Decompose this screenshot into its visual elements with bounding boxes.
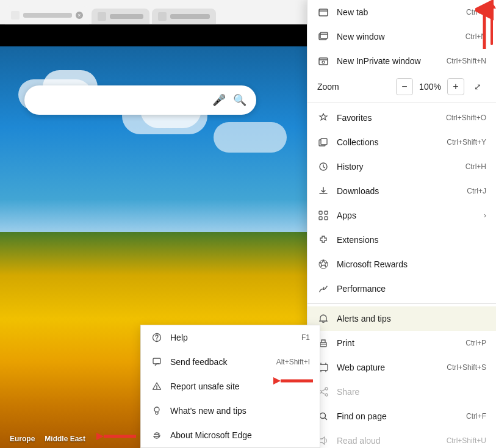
menu-item-readaloud[interactable]: Read aloud Ctrl+Shift+U	[307, 428, 496, 448]
collections-shortcut: Ctrl+Shift+Y	[447, 138, 486, 146]
scrollbar-area[interactable]	[487, 0, 496, 55]
window-icon	[317, 31, 329, 43]
help-shortcut: F1	[301, 333, 310, 342]
menu-item-downloads[interactable]: Downloads Ctrl+J	[307, 179, 496, 203]
menu-item-performance[interactable]: Performance	[307, 276, 496, 301]
feedback-shortcut: Alt+Shift+I	[276, 358, 310, 366]
alerts-label: Alerts and tips	[337, 314, 486, 323]
svg-point-30	[154, 407, 159, 412]
whats-new-label: What's new and tips	[170, 406, 310, 416]
new-tab-label: New tab	[337, 7, 466, 17]
svg-rect-2	[320, 32, 328, 38]
history-label: History	[337, 162, 465, 172]
edge-icon	[151, 429, 163, 441]
zoom-label: Zoom	[317, 82, 396, 92]
region-labels: Europe Middle East	[10, 435, 85, 443]
menu-item-favorites[interactable]: Favorites Ctrl+Shift+O	[307, 106, 496, 130]
readaloud-label: Read aloud	[337, 436, 447, 446]
menu-item-new-inprivate[interactable]: New InPrivate window Ctrl+Shift+N	[307, 49, 496, 73]
zoom-expand-button[interactable]: ⤢	[469, 78, 486, 95]
feedback-label: Send feedback	[170, 357, 276, 367]
performance-label: Performance	[337, 284, 486, 294]
extensions-icon	[317, 234, 329, 246]
svg-point-29	[156, 388, 157, 389]
report-label: Report unsafe site	[170, 381, 310, 391]
share-label: Share	[337, 387, 486, 397]
webcapture-shortcut: Ctrl+Shift+S	[447, 363, 486, 372]
svg-rect-14	[319, 364, 328, 370]
collections-icon	[317, 136, 329, 148]
menu-item-rewards[interactable]: Microsoft Rewards	[307, 252, 496, 276]
favorites-shortcut: Ctrl+Shift+O	[446, 114, 486, 122]
downloads-label: Downloads	[337, 186, 467, 196]
middle-east-label: Middle East	[45, 435, 85, 443]
svg-point-4	[322, 61, 325, 63]
svg-rect-11	[325, 217, 328, 220]
history-shortcut: Ctrl+H	[465, 162, 486, 171]
about-edge-label: About Microsoft Edge	[170, 430, 310, 440]
find-shortcut: Ctrl+F	[466, 412, 486, 421]
menu-item-share[interactable]: Share	[307, 380, 496, 404]
submenu-item-report[interactable]: Report unsafe site	[141, 374, 320, 399]
scroll-bar-body	[491, 9, 493, 45]
inprivate-icon	[317, 55, 329, 67]
svg-rect-0	[319, 9, 328, 16]
search-icon[interactable]: 🔍	[233, 93, 246, 107]
inprivate-shortcut: Ctrl+Shift+N	[447, 57, 486, 65]
feedback-icon	[151, 356, 163, 368]
collections-label: Collections	[337, 137, 447, 147]
tips-icon	[151, 405, 163, 417]
submenu-item-about[interactable]: About Microsoft Edge	[141, 423, 320, 447]
apps-label: Apps	[337, 211, 479, 220]
star-icon	[317, 112, 329, 124]
find-label: Find on page	[337, 411, 466, 421]
tab-icon	[317, 6, 329, 18]
print-shortcut: Ctrl+P	[465, 339, 486, 347]
svg-point-15	[325, 388, 328, 390]
favorites-label: Favorites	[337, 113, 446, 123]
submenu-item-whats-new[interactable]: What's new and tips	[141, 399, 320, 423]
help-circle-icon	[151, 331, 163, 344]
webcapture-label: Web capture	[337, 363, 447, 372]
menu-item-new-tab[interactable]: New tab Ctrl+T	[307, 0, 496, 24]
menu-divider-1	[307, 103, 496, 103]
menu-item-alerts[interactable]: Alerts and tips	[307, 306, 496, 331]
zoom-value: 100%	[418, 82, 442, 92]
help-feedback-submenu: Help F1 Send feedback Alt+Shift+I Report…	[140, 325, 320, 448]
zoom-control-row: Zoom − 100% + ⤢	[307, 73, 496, 100]
new-window-shortcut: Ctrl+N	[465, 32, 486, 41]
readaloud-shortcut: Ctrl+Shift+U	[447, 436, 486, 445]
extensions-label: Extensions	[337, 235, 486, 245]
downloads-shortcut: Ctrl+J	[467, 187, 486, 195]
menu-item-webcapture[interactable]: Web capture Ctrl+Shift+S	[307, 355, 496, 380]
submenu-item-feedback[interactable]: Send feedback Alt+Shift+I	[141, 350, 320, 374]
menu-item-apps[interactable]: Apps ›	[307, 203, 496, 228]
warning-icon	[151, 380, 163, 392]
zoom-out-button[interactable]: −	[396, 78, 413, 95]
bell-icon	[317, 313, 329, 325]
new-window-label: New window	[337, 32, 465, 42]
history-icon	[317, 161, 329, 173]
new-tab-shortcut: Ctrl+T	[466, 8, 486, 16]
menu-divider-2	[307, 303, 496, 304]
svg-point-12	[319, 260, 328, 269]
apps-icon	[317, 209, 329, 222]
zoom-in-button[interactable]: +	[447, 78, 464, 95]
print-label: Print	[337, 338, 465, 348]
menu-item-find[interactable]: Find on page Ctrl+F	[307, 404, 496, 428]
edge-menu-panel: New tab Ctrl+T New window Ctrl+N New InP…	[307, 0, 496, 448]
submenu-item-help[interactable]: Help F1	[141, 325, 320, 350]
help-label: Help	[170, 333, 301, 342]
mic-icon[interactable]: 🎤	[212, 93, 226, 107]
menu-item-extensions[interactable]: Extensions	[307, 228, 496, 252]
inprivate-label: New InPrivate window	[337, 56, 447, 66]
apps-arrow: ›	[484, 211, 486, 220]
menu-item-new-window[interactable]: New window Ctrl+N	[307, 24, 496, 49]
svg-rect-8	[319, 211, 322, 214]
menu-item-collections[interactable]: Collections Ctrl+Shift+Y	[307, 130, 496, 154]
rewards-icon	[317, 258, 329, 270]
menu-item-print[interactable]: Print Ctrl+P	[307, 331, 496, 355]
svg-point-17	[325, 394, 328, 396]
downloads-icon	[317, 185, 329, 197]
menu-item-history[interactable]: History Ctrl+H	[307, 154, 496, 179]
